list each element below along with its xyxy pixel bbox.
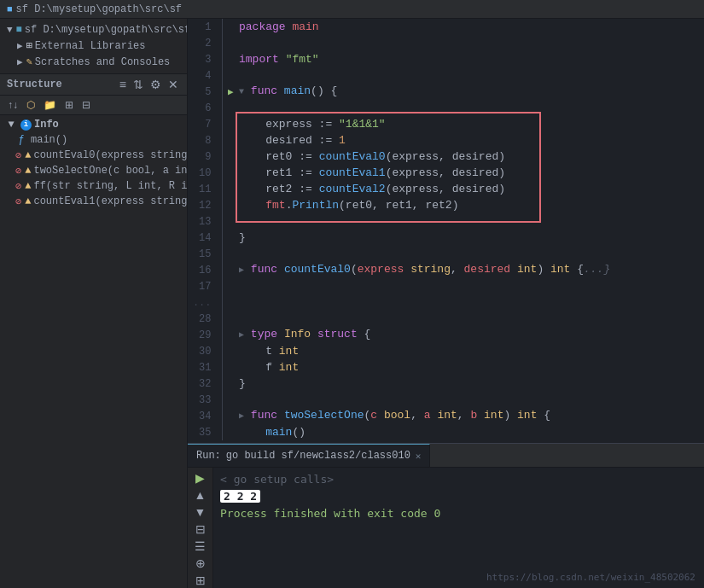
sort-alpha-btn[interactable]: ≡ (118, 78, 128, 91)
project-root[interactable]: ▼ ■ sf D:\mysetup\gopath\src\sf (0, 22, 187, 38)
scroll-up-btn[interactable]: ▲ (190, 488, 211, 502)
bp-col (222, 181, 239, 197)
line-number: 9 (188, 148, 222, 165)
table-row: 29 ▶ type Info struct { (188, 327, 704, 343)
run-btn[interactable]: ▶ (190, 471, 211, 485)
sidebar: ▼ ■ sf D:\mysetup\gopath\src\sf ▶ ⊞ Exte… (0, 19, 188, 588)
lib-icon: ⊞ (26, 39, 32, 52)
table-row: 5 ▶ ▼ func main() { (188, 84, 704, 100)
code-editor[interactable]: 1 package main 2 3 import "fmt" (188, 19, 704, 443)
line-code[interactable]: ▶ func countEval0(express string, desire… (239, 262, 704, 278)
table-row: 30 t int (188, 343, 704, 359)
top-bar: ■ sf D:\mysetup\gopath\src\sf (0, 0, 704, 19)
sort-desc-btn[interactable]: ↑↓ (5, 98, 20, 112)
line-code[interactable] (239, 35, 704, 51)
struct-item-counteval0[interactable]: ⊘ ▲ countEval0(express string, de (0, 148, 187, 163)
struct-item-label: ff(str string, L int, R int, dp (33, 180, 187, 192)
line-number: 2 (188, 35, 222, 51)
external-libraries[interactable]: ▶ ⊞ External Libraries (0, 38, 187, 54)
scratches-label: Scratches and Consoles (35, 56, 170, 68)
line-number: 12 (188, 197, 222, 213)
line-code[interactable] (239, 311, 704, 327)
structure-header: Structure ≡ ⇅ ⚙ ✕ (0, 74, 187, 96)
ext-lib-label: External Libraries (35, 40, 146, 52)
line-number: 4 (188, 67, 222, 84)
line-code[interactable]: express := "1&1&1" (239, 116, 704, 132)
struct-group-info[interactable]: ▼ i Info (0, 117, 187, 132)
run-tab-bar: Run: go build sf/newclass2/class010 ✕ (188, 444, 704, 468)
table-row: 11 ret2 := countEval2(express, desired) (188, 181, 704, 197)
bp-col (222, 165, 239, 181)
fold-icon2[interactable]: ▶ (239, 265, 244, 275)
struct-item-label: twoSelectOne(c bool, a int, b (33, 165, 187, 177)
line-number: 10 (188, 165, 222, 181)
expand-all-btn[interactable]: ⊞ (62, 98, 76, 112)
fold-icon[interactable]: ▼ (239, 87, 244, 96)
bp-col (222, 392, 239, 408)
line-number: 14 (188, 230, 222, 246)
line-code[interactable]: t int (239, 343, 704, 359)
run-tab-build[interactable]: Run: go build sf/newclass2/class010 ✕ (188, 444, 430, 467)
struct-item-main[interactable]: ƒ main() (0, 132, 187, 148)
bp-col (222, 408, 239, 424)
clear-btn[interactable]: ⊟ (190, 522, 211, 536)
line-number: 13 (188, 213, 222, 230)
bp-col (222, 19, 239, 35)
struct-item-ff[interactable]: ⊘ ▲ ff(str string, L int, R int, dp (0, 178, 187, 194)
line-code[interactable]: ret2 := countEval2(express, desired) (239, 181, 704, 197)
sort-type-btn[interactable]: ⇅ (131, 78, 145, 91)
line-number: 28 (188, 311, 222, 327)
struct-item-twoselectone[interactable]: ⊘ ▲ twoSelectOne(c bool, a int, b (0, 163, 187, 178)
warn-triangle3: ▲ (25, 180, 31, 192)
line-code[interactable] (239, 278, 704, 294)
line-code[interactable]: ret0 := countEval0(express, desired) (239, 148, 704, 165)
structure-toolbar: ≡ ⇅ ⚙ ✕ (118, 78, 180, 91)
table-row: 9 ret0 := countEval0(express, desired) (188, 148, 704, 165)
table-row: 31 f int (188, 359, 704, 376)
struct-item-counteval1[interactable]: ⊘ ▲ countEval1(express string, de (0, 194, 187, 209)
table-row: 2 (188, 35, 704, 51)
line-code[interactable]: ▶ type Info struct { (239, 327, 704, 343)
line-code[interactable]: import "fmt" (239, 51, 704, 67)
line-number: 29 (188, 327, 222, 343)
highlight-btn[interactable]: ⬡ (24, 98, 38, 112)
scratches-consoles[interactable]: ▶ ✎ Scratches and Consoles (0, 54, 187, 70)
func-icon: ƒ (15, 134, 27, 146)
line-code[interactable] (239, 246, 704, 262)
table-row: 8 desired := 1 (188, 132, 704, 148)
fold-icon4[interactable]: ▶ (239, 411, 244, 421)
close-tab-btn[interactable]: ✕ (416, 451, 422, 462)
run-arrow: ▶ (228, 87, 234, 97)
table-row: ... (188, 294, 704, 311)
bp-col (222, 67, 239, 84)
line-code[interactable] (239, 100, 704, 116)
line-code[interactable]: package main (239, 19, 704, 35)
line-code[interactable]: } (239, 230, 704, 246)
line-number: 3 (188, 51, 222, 67)
print-btn[interactable]: ⊞ (190, 573, 211, 587)
filter-btn[interactable]: ☰ (190, 539, 211, 553)
line-code[interactable]: desired := 1 (239, 132, 704, 148)
line-code[interactable]: } (239, 376, 704, 392)
folder-btn[interactable]: 📁 (41, 98, 59, 112)
settings-btn[interactable]: ⚙ (148, 78, 163, 91)
collapse-all-btn[interactable]: ⊟ (79, 98, 93, 112)
close-structure-btn[interactable]: ✕ (166, 78, 180, 91)
structure-list: ▼ i Info ƒ main() ⊘ ▲ countEval0(express… (0, 115, 187, 588)
scroll-down-btn[interactable]: ▼ (190, 505, 211, 519)
run-layout: ▶ ▲ ▼ ⊟ ☰ ⊕ ⊞ < go setup calls> 2 2 2 (188, 468, 704, 588)
line-code[interactable] (239, 213, 704, 230)
line-code[interactable]: fmt.Println(ret0, ret1, ret2) (239, 197, 704, 213)
bp-col: ▶ (222, 84, 239, 100)
line-code[interactable]: f int (239, 359, 704, 376)
line-code[interactable] (239, 392, 704, 408)
settings2-btn[interactable]: ⊕ (190, 556, 211, 570)
line-code[interactable]: ret1 := countEval1(express, desired) (239, 165, 704, 181)
line-code[interactable]: ▶ func twoSelectOne(c bool, a int, b int… (239, 408, 704, 424)
line-code[interactable]: main() (239, 424, 704, 440)
fold-icon3[interactable]: ▶ (239, 330, 244, 340)
line-code[interactable] (239, 67, 704, 84)
line-code[interactable]: ▼ func main() { (239, 84, 704, 100)
table-row: 32 } (188, 376, 704, 392)
struct-group-label: Info (34, 119, 59, 131)
